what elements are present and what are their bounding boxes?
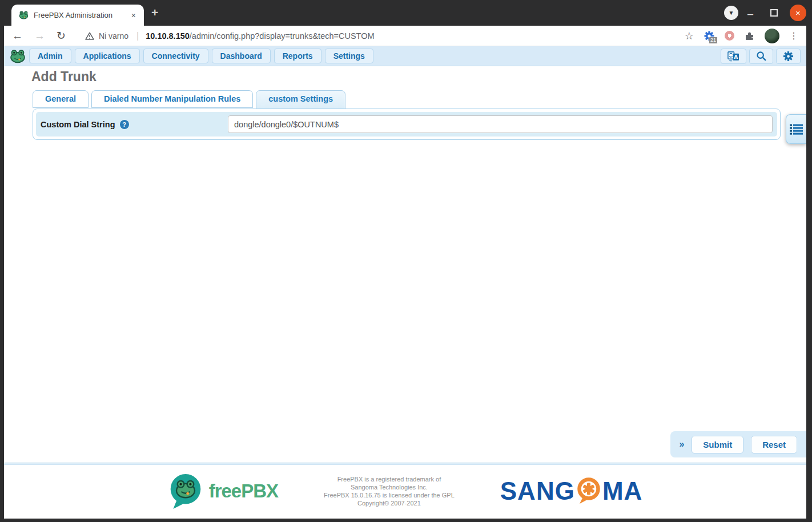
footer-line: Copyright© 2007-2021 xyxy=(324,499,455,507)
forward-icon[interactable]: → xyxy=(34,30,45,42)
nav-item-reports[interactable]: Reports xyxy=(274,49,321,63)
freepbx-bubble-frog-icon xyxy=(168,473,203,509)
url-path: /admin/config.php?display=trunks&tech=CU… xyxy=(190,31,375,41)
tab-close-icon[interactable]: × xyxy=(129,10,138,21)
language-translate-button[interactable]: A xyxy=(721,49,746,64)
window-maximize-button[interactable] xyxy=(770,9,778,17)
custom-dial-string-input[interactable] xyxy=(228,115,773,133)
nav-item-applications[interactable]: Applications xyxy=(75,49,140,63)
submit-button[interactable]: Submit xyxy=(692,436,743,453)
sangoma-logo: SANG MA xyxy=(500,477,643,505)
browser-tab[interactable]: FreePBX Administration × xyxy=(11,5,144,26)
browser-page-frame: ← → ↻ Ni varno | 10.10.8.150/admin/confi… xyxy=(4,26,806,519)
back-icon[interactable]: ← xyxy=(12,30,23,42)
page-title: Add Trunk xyxy=(31,69,97,85)
navbar-right-icons: A xyxy=(721,49,801,64)
footer-line: FreePBX 15.0.16.75 is licensed under the… xyxy=(324,491,455,499)
window-minimize-button[interactable]: – xyxy=(747,8,753,20)
freepbx-favicon-frog-icon xyxy=(19,11,29,19)
extension-badge: 21 xyxy=(709,37,718,44)
browser-menu-icon[interactable]: ⋮ xyxy=(789,30,798,41)
nav-item-dashboard[interactable]: Dashboard xyxy=(212,49,271,63)
reload-icon[interactable]: ↻ xyxy=(57,29,66,42)
url-host: 10.10.8.150 xyxy=(146,31,190,41)
sidebar-toggle-button[interactable] xyxy=(786,114,806,144)
bookmark-star-icon[interactable]: ☆ xyxy=(685,30,694,42)
extension-gear-icon[interactable]: 21 xyxy=(704,30,715,42)
omnibox-separator: | xyxy=(136,31,139,41)
extension-record-icon[interactable] xyxy=(725,31,734,41)
sangoma-text-left: SANG xyxy=(500,479,575,504)
window-close-button[interactable]: × xyxy=(790,5,806,21)
extensions-puzzle-icon[interactable] xyxy=(744,30,755,41)
help-icon[interactable]: ? xyxy=(120,120,129,129)
footer: freePBX FreePBX is a registered trademar… xyxy=(4,465,806,517)
url-text[interactable]: 10.10.8.150/admin/config.php?display=tru… xyxy=(146,31,374,41)
form-action-bar: » Submit Reset xyxy=(670,431,806,457)
toolbar-right-icons: ☆ 21 ⋮ xyxy=(685,29,798,43)
freepbx-frog-logo-icon[interactable] xyxy=(10,49,26,63)
nav-item-connectivity[interactable]: Connectivity xyxy=(143,49,208,63)
search-button[interactable] xyxy=(749,49,773,64)
browser-titlebar: FreePBX Administration × + ▼ – × xyxy=(0,0,812,26)
tab-custom-settings[interactable]: custom Settings xyxy=(256,90,345,109)
browser-toolbar: ← → ↻ Ni varno | 10.10.8.150/admin/confi… xyxy=(4,26,806,46)
settings-gear-button[interactable] xyxy=(776,49,801,64)
expand-actions-chevron[interactable]: » xyxy=(679,439,684,449)
footer-line: FreePBX is a registered trademark of xyxy=(324,475,455,483)
custom-dial-string-row: Custom Dial String ? xyxy=(36,112,777,136)
nav-item-settings[interactable]: Settings xyxy=(325,49,373,63)
custom-dial-string-label: Custom Dial String ? xyxy=(41,120,228,129)
tab-general[interactable]: General xyxy=(33,90,89,108)
svg-text:A: A xyxy=(734,54,738,59)
gear-icon xyxy=(783,51,794,62)
warning-triangle-icon xyxy=(85,32,94,40)
tab-dialed-number-manipulation-rules[interactable]: Dialed Number Manipulation Rules xyxy=(91,90,253,108)
footer-line: Sangoma Technologies Inc. xyxy=(324,483,455,491)
custom-settings-panel: Custom Dial String ? xyxy=(33,109,781,140)
freepbx-wordmark: freePBX xyxy=(209,480,278,502)
sangoma-bubble-o-icon xyxy=(576,477,602,505)
sangoma-text-right: MA xyxy=(602,479,642,504)
search-icon xyxy=(756,51,766,61)
nav-item-admin[interactable]: Admin xyxy=(29,49,71,63)
footer-copyright-text: FreePBX is a registered trademark of San… xyxy=(324,475,455,507)
custom-dial-string-label-text: Custom Dial String xyxy=(41,120,115,129)
translate-icon: A xyxy=(727,51,739,62)
profile-avatar[interactable] xyxy=(765,29,779,43)
tab-title: FreePBX Administration xyxy=(34,11,124,19)
security-label: Ni varno xyxy=(99,31,128,41)
main-content: Add Trunk General Dialed Number Manipula… xyxy=(4,66,806,463)
list-icon xyxy=(790,124,803,135)
reset-button[interactable]: Reset xyxy=(751,436,797,453)
freepbx-footer-logo: freePBX xyxy=(168,473,278,509)
security-indicator[interactable]: Ni varno xyxy=(85,31,128,41)
freepbx-navbar: Admin Applications Connectivity Dashboar… xyxy=(4,46,806,66)
new-tab-button[interactable]: + xyxy=(151,6,158,19)
tab-search-chevron-icon[interactable]: ▼ xyxy=(724,6,738,20)
trunk-tabs: General Dialed Number Manipulation Rules… xyxy=(33,90,345,108)
